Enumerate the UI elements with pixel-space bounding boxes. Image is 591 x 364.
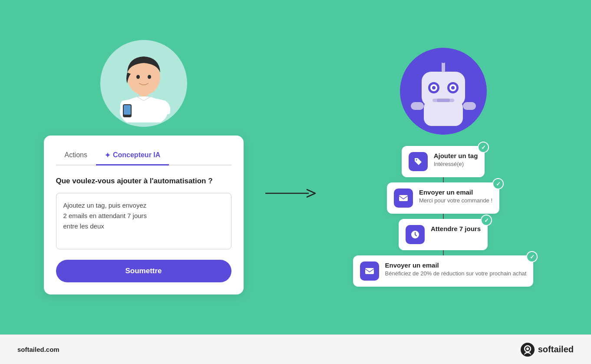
step-4-card: Envoyer un email Bénéficiez de 20% de ré… [353, 255, 534, 287]
robot-avatar [400, 48, 487, 135]
footer-brand: softailed [521, 343, 574, 357]
step-4-text: Envoyer un email Bénéficiez de 20% de ré… [385, 261, 527, 278]
person-illustration [109, 44, 178, 122]
svg-point-3 [136, 75, 140, 79]
svg-rect-6 [124, 105, 131, 115]
footer-brand-name: softailed [538, 344, 574, 354]
step-1-check: ✓ [478, 142, 489, 153]
step-2-check: ✓ [492, 178, 504, 189]
step-2-subtitle: Merci pour votre commande ! [419, 197, 492, 205]
right-section: Ajouter un tag Intéressé(e) ✓ Envoy [330, 48, 556, 287]
main-content: Actions ✦ Concepteur IA Que voulez-vous … [0, 0, 591, 334]
step-3-icon-wrap [406, 225, 425, 244]
svg-rect-19 [437, 99, 450, 102]
step-1-card: Ajouter un tag Intéressé(e) ✓ [402, 146, 485, 177]
softailed-logo-icon [521, 343, 535, 357]
robot-illustration [409, 52, 478, 130]
clock-icon [410, 229, 420, 240]
step-3-card: Attendre 7 jours ✓ [399, 219, 488, 250]
tag-icon [413, 156, 423, 167]
step-4-subtitle: Bénéficiez de 20% de réduction sur votre… [385, 270, 527, 278]
card-tabs: Actions ✦ Concepteur IA [56, 148, 231, 165]
step-1-text: Ajouter un tag Intéressé(e) [434, 152, 478, 168]
connector-1 [443, 177, 444, 182]
robot-avatar-container [400, 48, 487, 135]
steps-container: Ajouter un tag Intéressé(e) ✓ Envoy [343, 146, 543, 287]
footer: softailed.com softailed [0, 334, 591, 364]
step-3-check: ✓ [481, 215, 492, 226]
footer-url: softailed.com [17, 346, 59, 353]
step-2-card: Envoyer un email Merci pour votre comman… [387, 182, 499, 214]
arrow-icon [265, 187, 317, 200]
step-1-title: Ajouter un tag [434, 152, 478, 159]
svg-point-22 [416, 159, 417, 161]
email2-icon [364, 266, 375, 276]
tab-ai-designer[interactable]: ✦ Concepteur IA [96, 148, 169, 165]
tab-actions[interactable]: Actions [56, 148, 96, 165]
step-1-subtitle: Intéressé(e) [434, 160, 478, 168]
svg-point-28 [526, 347, 529, 350]
svg-rect-23 [399, 195, 408, 201]
step-4-check: ✓ [526, 251, 538, 262]
arrow-section [252, 135, 330, 200]
step-2-text: Envoyer un email Merci pour votre comman… [419, 189, 492, 205]
svg-point-14 [432, 86, 436, 89]
step-2-title: Envoyer un email [419, 189, 492, 196]
step-3-title: Attendre 7 jours [431, 225, 481, 232]
svg-point-17 [451, 86, 455, 89]
card-question: Que voulez-vous ajouter à l'automatisati… [56, 176, 231, 186]
step-3-text: Attendre 7 jours [431, 225, 481, 233]
tab-ai-label: Concepteur IA [113, 151, 160, 159]
left-section: Actions ✦ Concepteur IA Que voulez-vous … [35, 40, 252, 295]
submit-button[interactable]: Soumettre [56, 260, 231, 282]
svg-point-4 [148, 75, 151, 79]
connector-3 [443, 250, 444, 255]
connector-2 [443, 214, 444, 219]
action-card: Actions ✦ Concepteur IA Que voulez-vous … [44, 136, 244, 295]
svg-point-11 [440, 56, 447, 63]
step-4-title: Envoyer un email [385, 261, 527, 269]
automation-textarea[interactable] [56, 193, 231, 249]
step-4-icon-wrap [360, 261, 379, 281]
svg-rect-20 [411, 102, 424, 110]
person-avatar [100, 40, 187, 127]
svg-rect-21 [463, 102, 476, 110]
step-1-icon-wrap [409, 152, 428, 171]
sparkle-icon: ✦ [105, 151, 110, 159]
svg-rect-25 [365, 268, 374, 274]
email-icon [398, 193, 409, 203]
step-2-icon-wrap [394, 189, 413, 208]
